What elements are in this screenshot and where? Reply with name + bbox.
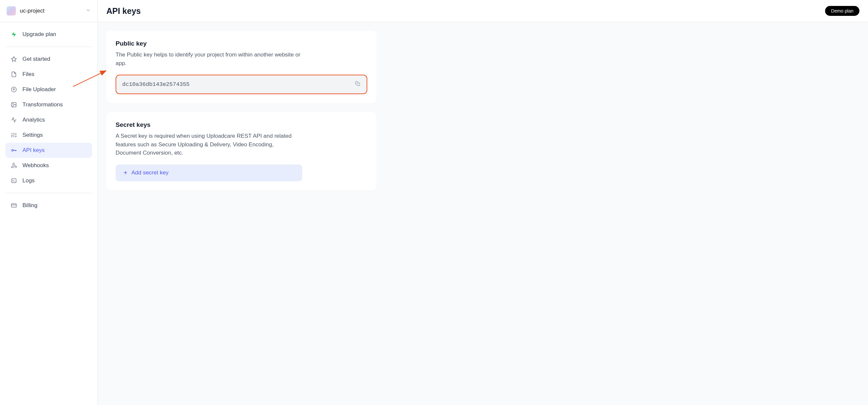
sidebar-item-label: Analytics <box>23 117 45 123</box>
public-key-description: The Public key helps to identify your pr… <box>116 51 301 67</box>
terminal-icon <box>10 177 17 184</box>
sidebar-item-label: Files <box>23 71 34 77</box>
sidebar: uc-project Upgrade plan Get started <box>0 0 98 405</box>
sidebar-item-file-uploader[interactable]: File Uploader <box>5 82 92 97</box>
svg-point-15 <box>11 150 13 151</box>
plan-badge[interactable]: Demo plan <box>825 6 860 16</box>
sidebar-item-webhooks[interactable]: Webhooks <box>5 158 92 173</box>
sidebar-item-billing[interactable]: Billing <box>5 198 92 213</box>
svg-marker-0 <box>11 32 16 37</box>
sidebar-item-label: Billing <box>23 202 37 209</box>
upload-icon <box>10 86 17 93</box>
sidebar-item-get-started[interactable]: Get started <box>5 52 92 67</box>
sidebar-item-label: File Uploader <box>23 86 56 93</box>
sidebar-header: uc-project <box>0 0 97 22</box>
sliders-icon <box>10 132 17 138</box>
project-selector[interactable]: uc-project <box>7 6 91 15</box>
svg-marker-1 <box>11 57 17 61</box>
image-icon <box>10 101 17 108</box>
sidebar-item-label: Get started <box>23 56 50 62</box>
add-secret-key-button[interactable]: + Add secret key <box>116 164 302 181</box>
public-key-field[interactable]: dc10a36db143e2574355 <box>116 75 367 94</box>
main: API keys Demo plan Public key The Public… <box>98 0 868 405</box>
sidebar-item-logs[interactable]: Logs <box>5 173 92 188</box>
key-icon <box>10 147 17 154</box>
public-key-value: dc10a36db143e2574355 <box>122 81 355 88</box>
plus-icon: + <box>124 169 127 177</box>
secret-keys-title: Secret keys <box>116 121 367 128</box>
lightning-icon <box>10 31 17 38</box>
sidebar-item-files[interactable]: Files <box>5 67 92 82</box>
secret-keys-card: Secret keys A Secret key is required whe… <box>106 112 376 191</box>
star-icon <box>10 56 17 62</box>
activity-icon <box>10 117 17 123</box>
main-header: API keys Demo plan <box>98 0 868 22</box>
sidebar-item-api-keys[interactable]: API keys <box>5 143 92 158</box>
sidebar-item-label: Upgrade plan <box>23 31 56 38</box>
public-key-card: Public key The Public key helps to ident… <box>106 31 376 103</box>
file-icon <box>10 71 17 77</box>
sidebar-item-label: API keys <box>23 147 44 154</box>
project-avatar <box>7 6 16 15</box>
webhook-icon <box>10 162 17 169</box>
copy-icon[interactable] <box>355 81 361 88</box>
svg-rect-21 <box>11 204 17 208</box>
credit-card-icon <box>10 202 17 209</box>
project-name: uc-project <box>20 8 82 14</box>
sidebar-item-label: Settings <box>23 132 42 138</box>
svg-rect-25 <box>357 83 360 86</box>
sidebar-item-upgrade[interactable]: Upgrade plan <box>5 27 92 42</box>
svg-rect-19 <box>11 179 16 183</box>
sidebar-item-settings[interactable]: Settings <box>5 127 92 143</box>
svg-point-5 <box>12 103 13 104</box>
secret-keys-description: A Secret key is required when using Uplo… <box>116 132 301 157</box>
add-secret-key-label: Add secret key <box>131 169 168 176</box>
chevron-down-icon <box>86 8 91 14</box>
sidebar-item-label: Transformations <box>23 101 63 108</box>
content: Public key The Public key helps to ident… <box>98 22 385 199</box>
sidebar-item-label: Webhooks <box>23 162 49 169</box>
public-key-title: Public key <box>116 40 367 47</box>
sidebar-item-analytics[interactable]: Analytics <box>5 112 92 127</box>
sidebar-item-transformations[interactable]: Transformations <box>5 97 92 112</box>
sidebar-item-label: Logs <box>23 177 35 184</box>
page-title: API keys <box>106 6 141 16</box>
